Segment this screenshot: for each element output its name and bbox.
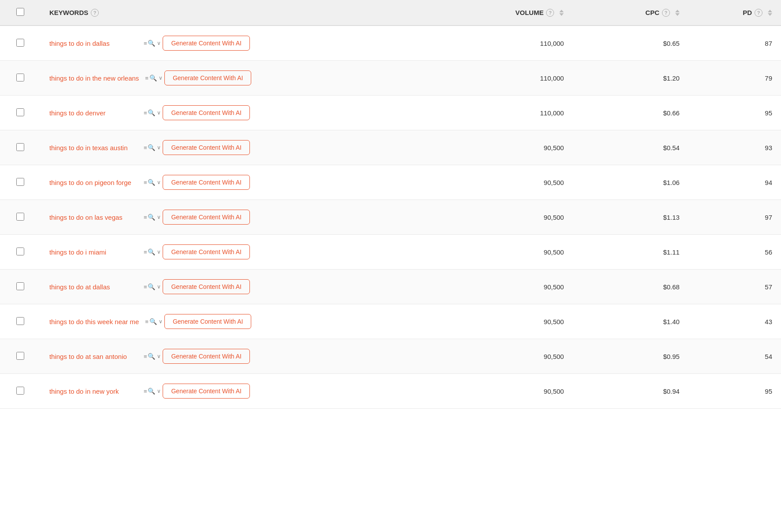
keyword-actions: ≡🔍∨Generate Content With AI bbox=[144, 384, 250, 399]
table-row: things to do on las vegas≡🔍∨Generate Con… bbox=[0, 200, 781, 235]
generate-content-button[interactable]: Generate Content With AI bbox=[163, 244, 250, 259]
header-keywords: KEYWORDS ? bbox=[41, 0, 446, 26]
keyword-actions: ≡🔍∨Generate Content With AI bbox=[144, 105, 250, 120]
filter-search-icon[interactable]: ≡🔍 bbox=[144, 388, 156, 395]
table-header-row: KEYWORDS ? VOLUME ? bbox=[0, 0, 781, 26]
magnifier-icon: 🔍 bbox=[148, 109, 155, 116]
filter-search-icon[interactable]: ≡🔍 bbox=[144, 353, 156, 360]
chevron-down-icon[interactable]: ∨ bbox=[157, 214, 161, 220]
filter-lines-icon: ≡ bbox=[144, 179, 147, 186]
volume-cell: 110,000 bbox=[446, 96, 573, 130]
generate-content-button[interactable]: Generate Content With AI bbox=[164, 314, 252, 329]
table-row: things to do this week near me≡🔍∨Generat… bbox=[0, 304, 781, 339]
chevron-down-icon[interactable]: ∨ bbox=[159, 318, 163, 325]
row-checkbox-3[interactable] bbox=[16, 143, 24, 151]
chevron-down-icon[interactable]: ∨ bbox=[159, 75, 163, 81]
cpc-sort-icons[interactable] bbox=[675, 10, 680, 16]
select-all-checkbox[interactable] bbox=[16, 8, 24, 16]
chevron-down-icon[interactable]: ∨ bbox=[157, 110, 161, 116]
keyword-cell: things to do on las vegas≡🔍∨Generate Con… bbox=[41, 200, 446, 235]
keyword-text[interactable]: things to do denver bbox=[49, 108, 138, 118]
filter-lines-icon: ≡ bbox=[144, 144, 147, 151]
pd-header-text: PD bbox=[743, 9, 752, 16]
pd-help-icon[interactable]: ? bbox=[755, 9, 762, 17]
cpc-sort-up-icon[interactable] bbox=[675, 10, 680, 12]
row-checkbox-cell bbox=[0, 339, 41, 374]
filter-lines-icon: ≡ bbox=[144, 249, 147, 255]
filter-search-icon[interactable]: ≡🔍 bbox=[144, 40, 156, 47]
keyword-text[interactable]: things to do on pigeon forge bbox=[49, 178, 138, 187]
filter-search-icon[interactable]: ≡🔍 bbox=[144, 248, 156, 255]
filter-search-icon[interactable]: ≡🔍 bbox=[144, 144, 156, 151]
keyword-text[interactable]: things to do on las vegas bbox=[49, 213, 138, 222]
filter-lines-icon: ≡ bbox=[145, 318, 149, 325]
chevron-down-icon[interactable]: ∨ bbox=[157, 284, 161, 290]
row-checkbox-9[interactable] bbox=[16, 352, 24, 360]
chevron-down-icon[interactable]: ∨ bbox=[157, 388, 161, 394]
generate-content-button[interactable]: Generate Content With AI bbox=[164, 70, 252, 85]
pd-sort-down-icon[interactable] bbox=[768, 13, 772, 16]
filter-search-icon[interactable]: ≡🔍 bbox=[144, 214, 156, 221]
row-checkbox-cell bbox=[0, 270, 41, 304]
filter-search-icon[interactable]: ≡🔍 bbox=[144, 109, 156, 116]
row-checkbox-5[interactable] bbox=[16, 213, 24, 221]
generate-content-button[interactable]: Generate Content With AI bbox=[163, 349, 250, 364]
row-checkbox-10[interactable] bbox=[16, 387, 24, 395]
pd-sort-up-icon[interactable] bbox=[768, 10, 772, 12]
row-checkbox-cell bbox=[0, 61, 41, 96]
row-checkbox-8[interactable] bbox=[16, 317, 24, 325]
keywords-header-label: KEYWORDS ? bbox=[49, 9, 99, 17]
volume-help-icon[interactable]: ? bbox=[546, 9, 554, 17]
cpc-sort-down-icon[interactable] bbox=[675, 13, 680, 16]
keyword-text[interactable]: things to do at dallas bbox=[49, 282, 138, 292]
chevron-down-icon[interactable]: ∨ bbox=[157, 249, 161, 255]
magnifier-icon: 🔍 bbox=[148, 40, 155, 47]
table-row: things to do denver≡🔍∨Generate Content W… bbox=[0, 96, 781, 130]
filter-search-icon[interactable]: ≡🔍 bbox=[145, 74, 157, 81]
main-table-container: KEYWORDS ? VOLUME ? bbox=[0, 0, 781, 532]
keyword-cell: things to do at san antonio≡🔍∨Generate C… bbox=[41, 339, 446, 374]
keywords-help-icon[interactable]: ? bbox=[91, 9, 99, 17]
row-checkbox-2[interactable] bbox=[16, 108, 24, 116]
keyword-text[interactable]: things to do this week near me bbox=[49, 317, 139, 326]
filter-search-icon[interactable]: ≡🔍 bbox=[145, 318, 157, 325]
generate-content-button[interactable]: Generate Content With AI bbox=[163, 36, 250, 51]
keyword-text[interactable]: things to do in texas austin bbox=[49, 143, 138, 152]
chevron-down-icon[interactable]: ∨ bbox=[157, 353, 161, 359]
keyword-cell: things to do in the new orleans≡🔍∨Genera… bbox=[41, 61, 446, 96]
volume-sort-down-icon[interactable] bbox=[559, 13, 564, 16]
keywords-table: KEYWORDS ? VOLUME ? bbox=[0, 0, 781, 409]
pd-cell: 95 bbox=[688, 96, 781, 130]
generate-content-button[interactable]: Generate Content With AI bbox=[163, 279, 250, 294]
row-checkbox-7[interactable] bbox=[16, 282, 24, 290]
generate-content-button[interactable]: Generate Content With AI bbox=[163, 210, 250, 225]
filter-lines-icon: ≡ bbox=[144, 40, 147, 47]
row-checkbox-0[interactable] bbox=[16, 39, 24, 47]
volume-cell: 110,000 bbox=[446, 26, 573, 61]
keyword-text[interactable]: things to do at san antonio bbox=[49, 352, 138, 361]
pd-cell: 56 bbox=[688, 235, 781, 270]
generate-content-button[interactable]: Generate Content With AI bbox=[163, 105, 250, 120]
keyword-cell: things to do in dallas≡🔍∨Generate Conten… bbox=[41, 26, 446, 61]
generate-content-button[interactable]: Generate Content With AI bbox=[163, 140, 250, 155]
keyword-text[interactable]: things to do in dallas bbox=[49, 39, 138, 48]
filter-search-icon[interactable]: ≡🔍 bbox=[144, 179, 156, 186]
keyword-text[interactable]: things to do in new york bbox=[49, 387, 138, 396]
keyword-text[interactable]: things to do in the new orleans bbox=[49, 74, 139, 83]
cpc-cell: $0.66 bbox=[573, 96, 688, 130]
row-checkbox-4[interactable] bbox=[16, 178, 24, 186]
cpc-help-icon[interactable]: ? bbox=[662, 9, 670, 17]
filter-search-icon[interactable]: ≡🔍 bbox=[144, 283, 156, 290]
chevron-down-icon[interactable]: ∨ bbox=[157, 144, 161, 151]
row-checkbox-1[interactable] bbox=[16, 74, 24, 81]
pd-sort-icons[interactable] bbox=[768, 10, 772, 16]
row-checkbox-6[interactable] bbox=[16, 248, 24, 255]
generate-content-button[interactable]: Generate Content With AI bbox=[163, 175, 250, 190]
volume-sort-up-icon[interactable] bbox=[559, 10, 564, 12]
generate-content-button[interactable]: Generate Content With AI bbox=[163, 384, 250, 399]
keyword-text[interactable]: things to do i miami bbox=[49, 248, 138, 257]
chevron-down-icon[interactable]: ∨ bbox=[157, 179, 161, 185]
cpc-header-label: CPC ? bbox=[645, 9, 680, 17]
chevron-down-icon[interactable]: ∨ bbox=[157, 40, 161, 46]
volume-sort-icons[interactable] bbox=[559, 10, 564, 16]
